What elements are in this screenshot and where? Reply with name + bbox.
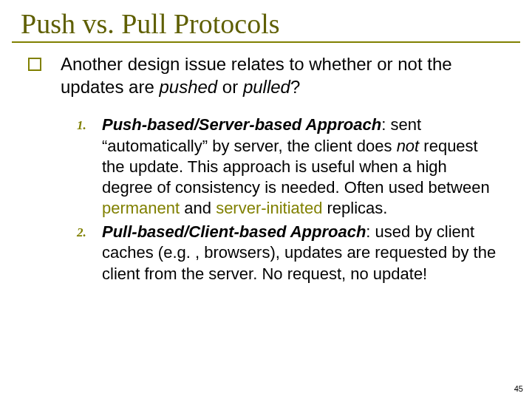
intro-em-pushed: pushed bbox=[159, 77, 217, 97]
list-number: 2. bbox=[77, 222, 102, 240]
intro-mid: or bbox=[217, 77, 243, 97]
item-heading: Pull-based/Client-based Approach bbox=[102, 222, 366, 241]
list-item: 2. Pull-based/Client-based Approach: use… bbox=[77, 222, 499, 284]
intro-em-pulled: pulled bbox=[243, 77, 290, 97]
list-number: 1. bbox=[77, 115, 102, 133]
list-item: 1. Push-based/Server-based Approach: sen… bbox=[77, 115, 499, 219]
intro-row: Another design issue relates to whether … bbox=[0, 53, 532, 98]
intro-post: ? bbox=[290, 77, 300, 97]
ordered-list: 1. Push-based/Server-based Approach: sen… bbox=[0, 98, 532, 284]
page-number: 45 bbox=[514, 384, 523, 393]
square-bullet-icon bbox=[28, 58, 41, 71]
item-text: and bbox=[180, 199, 216, 217]
slide: Push vs. Pull Protocols Another design i… bbox=[0, 0, 532, 399]
list-body: Push-based/Server-based Approach: sent “… bbox=[102, 115, 499, 219]
intro-text: Another design issue relates to whether … bbox=[61, 53, 504, 98]
item-em-not: not bbox=[397, 137, 420, 155]
slide-title: Push vs. Pull Protocols bbox=[0, 0, 532, 41]
item-text: replicas. bbox=[322, 199, 387, 217]
title-underline bbox=[12, 41, 520, 43]
keyword-server-initiated: server-initiated bbox=[216, 199, 322, 217]
keyword-permanent: permanent bbox=[102, 199, 180, 217]
item-heading: Push-based/Server-based Approach bbox=[102, 115, 381, 134]
list-body: Pull-based/Client-based Approach: used b… bbox=[102, 222, 499, 284]
